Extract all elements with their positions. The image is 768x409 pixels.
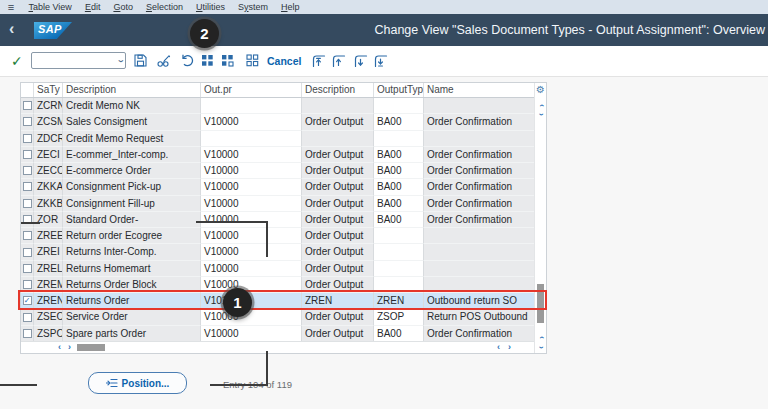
cell-outputtype-input[interactable]: ZREN	[374, 293, 424, 309]
scroll-left-icon[interactable]: ‹	[497, 343, 500, 352]
scroll-down-icon[interactable]: ‹	[537, 343, 546, 353]
table-row-zkka[interactable]: ZKKAConsignment Pick-upV10000Order Outpu…	[21, 179, 546, 195]
row-checkbox[interactable]	[21, 277, 34, 293]
cell-saty[interactable]: ZREM	[34, 277, 63, 293]
table-row-zrel[interactable]: ZRELReturns HomemartV10000Order Output	[21, 261, 546, 277]
row-checkbox[interactable]	[21, 98, 34, 114]
header-description2[interactable]: Description	[302, 83, 374, 97]
row-checkbox[interactable]	[21, 114, 34, 130]
choose-icon[interactable]	[200, 53, 215, 68]
cell-outpr-input[interactable]	[201, 98, 302, 114]
row-checkbox[interactable]: ✓	[21, 293, 34, 309]
header-outputtype[interactable]: OutputType	[374, 83, 424, 97]
cell-saty[interactable]: ZDCR	[34, 131, 63, 147]
next-page-icon[interactable]	[353, 53, 368, 68]
cell-saty[interactable]: ZKKA	[34, 179, 63, 195]
menu-item-edit[interactable]: Edit	[78, 0, 107, 14]
cell-saty[interactable]: ZCSM	[34, 114, 63, 130]
menu-item-utilities[interactable]: Utilities	[189, 0, 231, 14]
header-outpr[interactable]: Out.pr	[201, 83, 302, 97]
cell-saty[interactable]: ZREN	[34, 293, 63, 309]
scroll-left-icon[interactable]: ‹	[58, 343, 61, 352]
save-icon[interactable]	[133, 53, 148, 68]
first-page-icon[interactable]	[311, 53, 326, 68]
chevron-down-icon[interactable]: ‹	[115, 59, 125, 62]
cell-outputtype-input[interactable]: BA00	[374, 179, 424, 195]
table-settings-gear-icon[interactable]: ⚙	[535, 84, 546, 96]
cell-saty[interactable]: ZREI	[34, 244, 63, 260]
cell-outpr-input[interactable]: V10000	[201, 228, 302, 244]
cell-outpr-input[interactable]: V10000	[201, 261, 302, 277]
cell-outputtype-input[interactable]	[374, 98, 424, 114]
row-checkbox[interactable]	[21, 196, 34, 212]
vertical-scrollbar[interactable]: ⚙ ‹ ‹ ‹ ‹	[534, 83, 546, 353]
row-checkbox[interactable]	[21, 131, 34, 147]
cell-outputtype-input[interactable]: BA00	[374, 114, 424, 130]
ok-icon[interactable]: ✓	[11, 53, 23, 69]
menu-item-table-view[interactable]: Table View	[22, 0, 78, 14]
cell-saty[interactable]: ZKKB	[34, 196, 63, 212]
row-checkbox[interactable]	[21, 163, 34, 179]
cell-outputtype-input[interactable]: BA00	[374, 212, 424, 228]
horizontal-scrollbar-thumb[interactable]	[77, 344, 105, 351]
last-page-icon[interactable]	[373, 53, 388, 68]
row-checkbox[interactable]	[21, 326, 34, 342]
cell-outpr-input[interactable]: V10000	[201, 147, 302, 163]
cell-outputtype-input[interactable]: BA00	[374, 196, 424, 212]
table-row-zree[interactable]: ZREEReturn order EcogreeV10000Order Outp…	[21, 228, 546, 244]
display-change-icon[interactable]	[156, 53, 171, 68]
cell-outputtype-input[interactable]: ZSOP	[374, 309, 424, 325]
cell-saty[interactable]: ZCRN	[34, 98, 63, 114]
table-row-zcrn[interactable]: ZCRNCredit Memo NK	[21, 98, 546, 114]
back-icon[interactable]: ‹	[9, 20, 14, 38]
cell-outpr-input[interactable]: V10000	[201, 114, 302, 130]
select-all-icon[interactable]	[245, 53, 260, 68]
cell-outputtype-input[interactable]: BA00	[374, 163, 424, 179]
menu-item-selection[interactable]: Selection	[139, 0, 189, 14]
cell-outputtype-input[interactable]	[374, 228, 424, 244]
select-block-icon[interactable]	[220, 53, 235, 68]
cell-saty[interactable]: ZOR	[34, 212, 63, 228]
cell-saty[interactable]: ZECI	[34, 147, 63, 163]
cell-outpr-input[interactable]: V10000	[201, 163, 302, 179]
row-checkbox[interactable]	[21, 261, 34, 277]
scroll-right-icon[interactable]: ›	[68, 343, 71, 352]
cell-outpr-input[interactable]: V10000	[201, 212, 302, 228]
position-button[interactable]: Position...	[88, 372, 187, 394]
table-row-zseo[interactable]: ZSEOService OrderV10000Order OutputZSOPR…	[21, 309, 546, 325]
table-row-zrem[interactable]: ZREMReturns Order BlockV10000Order Outpu…	[21, 277, 546, 293]
cell-saty[interactable]: ZSPO	[34, 326, 63, 342]
cell-outpr-input[interactable]: V10000	[201, 326, 302, 342]
cell-outputtype-input[interactable]	[374, 277, 424, 293]
vertical-scrollbar-thumb[interactable]	[537, 284, 544, 323]
cell-saty[interactable]: ZREL	[34, 261, 63, 277]
header-saty[interactable]: SaTy	[34, 83, 63, 97]
row-checkbox[interactable]	[21, 212, 34, 228]
table-row-zeco[interactable]: ZECOE-commerce OrderV10000Order OutputBA…	[21, 163, 546, 179]
cell-outputtype-input[interactable]: BA00	[374, 147, 424, 163]
cell-outpr-input[interactable]: V10000	[201, 277, 302, 293]
table-row-zor[interactable]: ZORStandard Order-V10000Order OutputBA00…	[21, 212, 546, 228]
cell-outpr-input[interactable]: V10000	[201, 309, 302, 325]
cell-saty[interactable]: ZREE	[34, 228, 63, 244]
row-checkbox[interactable]	[21, 147, 34, 163]
menu-icon[interactable]: ≡	[0, 0, 22, 14]
row-checkbox[interactable]	[21, 309, 34, 325]
cancel-button[interactable]: Cancel	[267, 55, 301, 67]
undo-icon[interactable]	[180, 53, 195, 68]
cell-outputtype-input[interactable]	[374, 131, 424, 147]
menu-item-help[interactable]: Help	[275, 0, 307, 14]
cell-outputtype-input[interactable]	[374, 261, 424, 277]
menu-item-goto[interactable]: Goto	[107, 0, 140, 14]
row-checkbox[interactable]	[21, 179, 34, 195]
scroll-up-icon[interactable]: ‹	[537, 333, 546, 343]
table-row-zcsm[interactable]: ZCSMSales ConsigmentV10000Order OutputBA…	[21, 114, 546, 130]
cell-saty[interactable]: ZECO	[34, 163, 63, 179]
table-row-zrei[interactable]: ZREIReturns Inter-Comp.V10000Order Outpu…	[21, 244, 546, 260]
cell-outpr-input[interactable]	[201, 131, 302, 147]
cell-outpr-input[interactable]: V10000	[201, 179, 302, 195]
menu-item-system[interactable]: System	[232, 0, 275, 14]
header-description[interactable]: Description	[63, 83, 201, 97]
row-checkbox[interactable]	[21, 244, 34, 260]
cell-outputtype-input[interactable]: BA00	[374, 326, 424, 342]
